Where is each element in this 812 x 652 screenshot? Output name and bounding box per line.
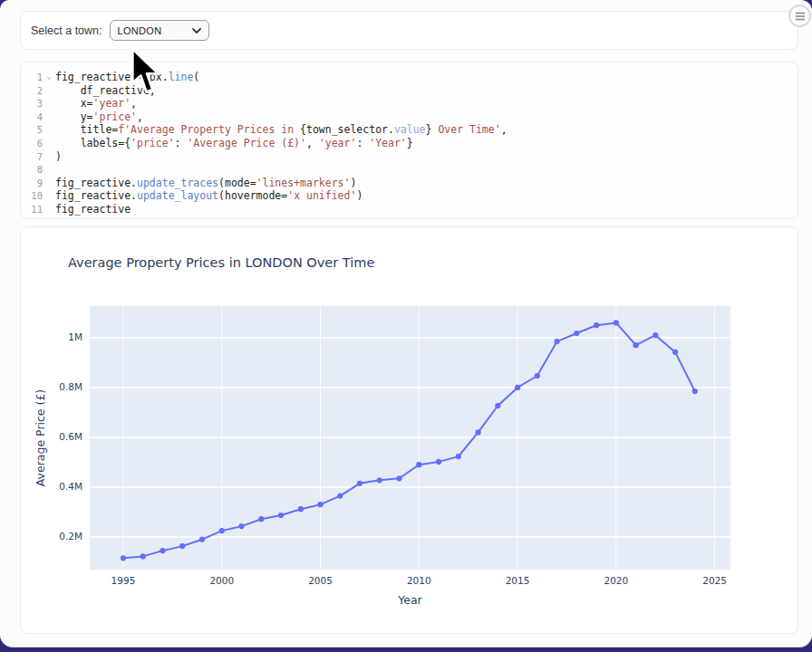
code-line: 4 y='price',	[21, 110, 798, 124]
code-cell[interactable]: 1⌄fig_reactive = px.line(2 df_reactive,3…	[20, 62, 798, 219]
code-line: 11fig_reactive	[21, 203, 798, 216]
svg-text:2020: 2020	[604, 575, 628, 586]
code-line: 10fig_reactive.update_layout(hovermode='…	[21, 189, 798, 203]
town-select-value: LONDON	[118, 25, 162, 36]
code-line: 7)	[21, 150, 798, 164]
svg-text:2010: 2010	[407, 575, 431, 586]
svg-text:2000: 2000	[209, 575, 234, 586]
selector-cell: Select a town: LONDON	[20, 11, 798, 50]
menu-button[interactable]	[788, 5, 811, 27]
svg-text:0.8M: 0.8M	[59, 381, 82, 392]
code-line: 5 title=f'Average Property Prices in {to…	[21, 123, 798, 137]
code-line: 8	[21, 163, 798, 177]
price-line-chart[interactable]: 19952000200520102015202020250.2M0.4M0.6M…	[21, 227, 799, 633]
chart-cell: Average Property Prices in LONDON Over T…	[20, 226, 798, 634]
svg-text:1995: 1995	[111, 575, 136, 586]
code-line: 9fig_reactive.update_traces(mode='lines+…	[21, 177, 798, 190]
svg-text:0.2M: 0.2M	[59, 531, 82, 542]
code-lines: 1⌄fig_reactive = px.line(2 df_reactive,3…	[21, 71, 798, 216]
svg-text:Average Price (£): Average Price (£)	[34, 389, 47, 486]
code-line: 3 x='year',	[21, 97, 798, 110]
svg-text:1M: 1M	[68, 331, 82, 342]
svg-text:0.6M: 0.6M	[59, 431, 82, 442]
code-line: 6 labels={'price': 'Average Price (£)', …	[21, 137, 798, 150]
svg-text:2005: 2005	[308, 575, 333, 586]
svg-text:2025: 2025	[702, 575, 727, 586]
notebook-page: Select a town: LONDON 1⌄fig_reactive = p…	[0, 0, 812, 647]
town-select[interactable]: LONDON	[110, 20, 209, 41]
code-line: 2 df_reactive,	[21, 84, 798, 98]
code-line: 1⌄fig_reactive = px.line(	[21, 71, 798, 84]
svg-text:Year: Year	[397, 593, 422, 607]
chevron-down-icon	[192, 28, 201, 34]
hamburger-icon	[795, 12, 806, 21]
svg-text:2015: 2015	[506, 575, 530, 586]
town-select-label: Select a town:	[31, 24, 102, 37]
svg-text:0.4M: 0.4M	[59, 481, 82, 492]
